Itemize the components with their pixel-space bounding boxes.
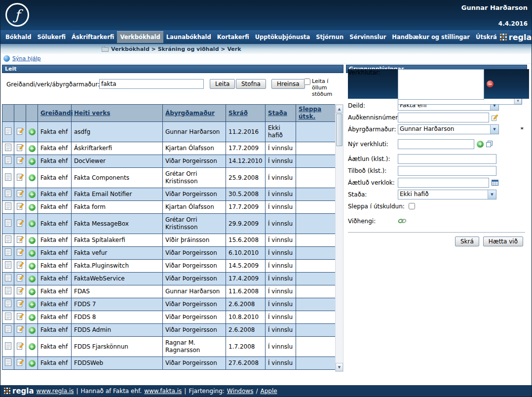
- add-icon[interactable]: +: [29, 128, 36, 135]
- nav-item-solukerfi[interactable]: Sölukerfi: [34, 31, 69, 43]
- document-icon[interactable]: [5, 236, 11, 243]
- row-add-cell[interactable]: +: [26, 168, 38, 188]
- row-edit-cell[interactable]: [14, 214, 26, 234]
- pencil-pad-icon[interactable]: [492, 114, 498, 121]
- manager-select[interactable]: Gunnar Harðarson ▼: [398, 124, 499, 134]
- nav-item-handbaekur[interactable]: Handbækur og stillingar: [389, 31, 473, 43]
- search-all-states-option[interactable]: Leita í öllum stöðum: [304, 78, 342, 97]
- add-icon[interactable]: +: [29, 250, 36, 257]
- chevron-down-icon[interactable]: ▼: [490, 125, 498, 134]
- edit-icon[interactable]: [17, 127, 24, 135]
- edit-icon[interactable]: [17, 219, 24, 227]
- end-date-input[interactable]: [398, 178, 489, 188]
- document-icon[interactable]: [5, 300, 11, 307]
- add-icon[interactable]: +: [29, 327, 36, 334]
- add-icon[interactable]: +: [29, 204, 36, 211]
- add-icon[interactable]: +: [29, 220, 36, 227]
- document-icon[interactable]: [5, 202, 11, 210]
- edit-icon[interactable]: [17, 313, 24, 320]
- search-button[interactable]: Leita: [210, 79, 235, 89]
- scrollbar-thumb[interactable]: [336, 114, 342, 146]
- document-icon[interactable]: [5, 157, 11, 164]
- nav-item-askriftarkerfi[interactable]: Áskriftarkerfi: [69, 31, 117, 43]
- arrow-down-icon[interactable]: ▼: [336, 363, 343, 371]
- add-icon[interactable]: +: [29, 237, 36, 244]
- row-view-cell[interactable]: [2, 168, 14, 188]
- edit-icon[interactable]: [17, 274, 24, 281]
- estimate-input[interactable]: [398, 154, 496, 164]
- add-icon[interactable]: +: [29, 288, 36, 295]
- cancel-button[interactable]: Hætta við: [483, 237, 523, 246]
- row-add-cell[interactable]: +: [26, 188, 38, 201]
- header-skip[interactable]: Sleppa útsk.: [296, 105, 336, 122]
- new-part-input[interactable]: [398, 139, 474, 149]
- row-edit-cell[interactable]: [14, 273, 26, 285]
- create-button[interactable]: Stofna: [236, 79, 266, 89]
- row-view-cell[interactable]: [2, 285, 14, 298]
- edit-icon[interactable]: [17, 173, 24, 181]
- row-add-cell[interactable]: +: [26, 122, 38, 142]
- skip-billing-checkbox[interactable]: [409, 203, 415, 209]
- row-edit-cell[interactable]: [14, 234, 26, 247]
- row-add-cell[interactable]: +: [26, 357, 38, 370]
- document-icon[interactable]: [5, 173, 11, 181]
- row-edit-cell[interactable]: [14, 311, 26, 324]
- row-add-cell[interactable]: +: [26, 234, 38, 247]
- link-icon[interactable]: [398, 218, 407, 224]
- document-icon[interactable]: [5, 313, 11, 320]
- edit-icon[interactable]: [17, 287, 24, 294]
- edit-icon[interactable]: [17, 144, 24, 151]
- add-icon[interactable]: +: [29, 314, 36, 321]
- edit-icon[interactable]: [17, 325, 24, 333]
- row-view-cell[interactable]: [2, 357, 14, 370]
- id-number-input[interactable]: [398, 113, 489, 122]
- row-add-cell[interactable]: +: [26, 214, 38, 234]
- row-view-cell[interactable]: [2, 142, 14, 155]
- document-icon[interactable]: [5, 127, 11, 135]
- row-view-cell[interactable]: [2, 311, 14, 324]
- parts-listbox[interactable]: [398, 69, 484, 100]
- fakta-site-link[interactable]: www.fakta.is: [144, 388, 182, 395]
- windows-link[interactable]: Windows: [227, 388, 254, 395]
- nav-item-utskra[interactable]: Útskrá: [473, 31, 500, 43]
- add-icon[interactable]: +: [29, 301, 36, 308]
- edit-icon[interactable]: [17, 202, 24, 210]
- row-edit-cell[interactable]: [14, 155, 26, 168]
- regla-site-link[interactable]: www.regla.is: [37, 388, 74, 395]
- add-icon[interactable]: +: [29, 191, 36, 198]
- add-icon[interactable]: +: [29, 343, 36, 350]
- document-icon[interactable]: [5, 144, 11, 151]
- row-edit-cell[interactable]: [14, 122, 26, 142]
- copy-icon[interactable]: [486, 141, 493, 147]
- remove-icon[interactable]: −: [487, 80, 494, 87]
- document-icon[interactable]: [5, 219, 11, 227]
- row-add-cell[interactable]: +: [26, 273, 38, 285]
- table-scrollbar[interactable]: ▲ ▼: [335, 104, 343, 372]
- row-view-cell[interactable]: [2, 337, 14, 357]
- chevron-down-icon[interactable]: ▼: [488, 190, 496, 199]
- row-add-cell[interactable]: +: [26, 155, 38, 168]
- row-add-cell[interactable]: +: [26, 285, 38, 298]
- add-icon[interactable]: +: [477, 141, 484, 148]
- nav-item-servinnslur[interactable]: Sérvinnslur: [346, 31, 389, 43]
- row-view-cell[interactable]: [2, 247, 14, 260]
- document-icon[interactable]: [5, 261, 11, 269]
- apple-link[interactable]: Apple: [260, 388, 277, 395]
- row-view-cell[interactable]: [2, 188, 14, 201]
- add-icon[interactable]: +: [29, 360, 36, 367]
- add-icon[interactable]: +: [29, 276, 36, 282]
- row-edit-cell[interactable]: [14, 285, 26, 298]
- row-view-cell[interactable]: [2, 260, 14, 273]
- edit-icon[interactable]: [17, 157, 24, 164]
- add-icon[interactable]: +: [29, 263, 36, 270]
- row-add-cell[interactable]: +: [26, 324, 38, 337]
- header-payer[interactable]: Greiðandi: [38, 105, 72, 122]
- row-edit-cell[interactable]: [14, 260, 26, 273]
- row-view-cell[interactable]: [2, 234, 14, 247]
- document-icon[interactable]: [5, 342, 11, 350]
- row-edit-cell[interactable]: [14, 142, 26, 155]
- nav-item-launabokhald[interactable]: Launabókhald: [163, 31, 214, 43]
- header-status[interactable]: Staða: [266, 105, 296, 122]
- row-add-cell[interactable]: +: [26, 298, 38, 311]
- edit-icon[interactable]: [17, 342, 24, 350]
